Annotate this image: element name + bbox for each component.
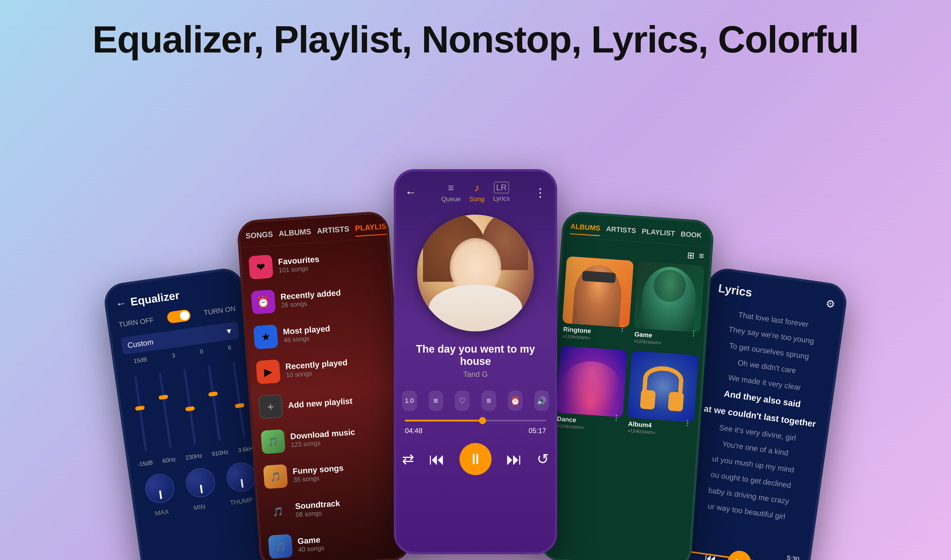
- album-thumb-dance: [556, 346, 628, 417]
- eq-turn-on-label: TURN ON: [203, 305, 236, 317]
- pl-icon-recently-added: ⏰: [251, 290, 275, 314]
- phone-playlist: SONGS ALBUMS ARTISTS PLAYLIST ❤ Favourit…: [236, 211, 412, 560]
- speed-button[interactable]: 1.0: [402, 391, 417, 411]
- album-item-game[interactable]: Game «Unknown» ⋮: [632, 261, 705, 351]
- eq-slider-3[interactable]: [183, 369, 196, 445]
- album-thumb-4: [627, 351, 699, 422]
- lyrics-icon: LR: [494, 182, 509, 193]
- song-artist: Tand G: [402, 370, 549, 379]
- eq-db-label-1: 15dB: [133, 356, 147, 364]
- pl-tab-albums[interactable]: ALBUMS: [278, 227, 312, 242]
- player-tab-lyrics-label: Lyrics: [493, 195, 509, 202]
- eq-db-label-3: 0: [200, 348, 204, 355]
- eq-toggle-switch[interactable]: [166, 309, 191, 324]
- volume-icon: 🔊: [537, 396, 547, 406]
- heart-icon: ♡: [459, 396, 466, 406]
- alarm-icon: ⏰: [510, 396, 520, 406]
- eq-slider-5[interactable]: [232, 362, 245, 438]
- add-queue-button[interactable]: ≡: [481, 391, 496, 411]
- lyr-prev-button[interactable]: ⏮: [703, 551, 717, 560]
- alb-tab-artists[interactable]: ARTISTS: [606, 225, 636, 238]
- player-tab-lyrics[interactable]: LR Lyrics: [493, 182, 509, 203]
- pl-tab-playlist[interactable]: PLAYLIST: [355, 222, 391, 237]
- album-more-game[interactable]: ⋮: [690, 329, 697, 338]
- progress-fill: [405, 420, 483, 422]
- player-more-button[interactable]: ⋮: [534, 186, 546, 199]
- prev-button[interactable]: ⏮: [429, 450, 445, 468]
- alb-tab-albums[interactable]: ALBUMS: [570, 222, 601, 236]
- progress-thumb[interactable]: [479, 417, 486, 424]
- album-item-4[interactable]: Album4 «Unknown» ⋮: [626, 351, 699, 440]
- time-current: 04:48: [405, 427, 422, 435]
- pl-icon-most-played: ★: [253, 324, 278, 349]
- shuffle-button[interactable]: ⇄: [402, 451, 414, 468]
- player-nav-tabs: ≡ Queue ♪ Song LR Lyrics: [442, 182, 509, 203]
- repeat-button[interactable]: ↺: [537, 451, 549, 468]
- pl-icon-download-music: 🎵: [260, 429, 285, 454]
- next-button[interactable]: ⏭: [506, 450, 522, 468]
- album-art: [417, 215, 534, 331]
- eq-min-label: MIN: [193, 503, 206, 512]
- heart-button[interactable]: ♡: [455, 391, 470, 411]
- pl-icon-add-playlist: +: [258, 394, 283, 419]
- eq-db-label-2: 3: [172, 352, 175, 359]
- eq-title: Equalizer: [130, 289, 180, 308]
- eq-slider-1[interactable]: [134, 376, 147, 451]
- song-title: The day you went to my house: [402, 343, 549, 368]
- pl-name-add-playlist: Add new playlist: [288, 394, 391, 410]
- lyr-play-button[interactable]: ▶: [726, 549, 752, 560]
- play-pause-button[interactable]: ⏸: [459, 443, 492, 475]
- eq-freq-label-2: 60Hz: [162, 456, 176, 464]
- player-tab-song[interactable]: ♪ Song: [469, 182, 484, 203]
- player-tab-queue[interactable]: ≡ Queue: [442, 182, 461, 203]
- album-more-dance[interactable]: ⋮: [612, 414, 620, 422]
- album-more-ringtone[interactable]: ⋮: [619, 324, 626, 333]
- playlist-list: ❤ Favourites 101 songs ⏰ Recently added …: [241, 238, 412, 560]
- alb-tab-book[interactable]: BOOK: [680, 230, 702, 243]
- volume-button[interactable]: 🔊: [534, 391, 549, 411]
- album-more-4[interactable]: ⋮: [683, 419, 691, 428]
- eq-knob-3[interactable]: [225, 460, 258, 494]
- eq-slider-4[interactable]: [208, 365, 220, 441]
- alb-tab-playlist[interactable]: PLAYLIST: [641, 227, 675, 242]
- pl-icon-soundtrack: 🎵: [265, 499, 290, 524]
- album-item-dance[interactable]: Dance «Unknown» ⋮: [554, 346, 627, 435]
- eq-max-label: MAX: [154, 508, 169, 517]
- album-art-container: [396, 209, 555, 337]
- lyrics-title: Lyrics: [718, 282, 753, 299]
- add-queue-icon: ≡: [486, 396, 491, 405]
- pl-icon-funny-songs: 🎵: [263, 464, 288, 489]
- pause-icon: ⏸: [468, 451, 483, 468]
- time-total: 05:17: [529, 427, 546, 435]
- player-back-button[interactable]: ←: [405, 186, 417, 199]
- phone-player: ← ≡ Queue ♪ Song LR Lyrics ⋮: [394, 169, 557, 554]
- list-view-button[interactable]: ≡: [699, 251, 705, 262]
- eq-turn-off-label: TURN OFF: [118, 316, 154, 329]
- queue-icon: ≡: [448, 182, 454, 194]
- page-title: Equalizer, Playlist, Nonstop, Lyrics, Co…: [0, 0, 951, 61]
- album-thumb-game: [633, 261, 705, 332]
- eq-back-icon[interactable]: ←: [115, 297, 127, 310]
- phones-container: ← Equalizer TURN OFF TURN ON Custom ▼ 15…: [0, 76, 951, 560]
- eq-db-label-4: 6: [228, 344, 232, 351]
- eq-knob-2[interactable]: [184, 466, 217, 499]
- pl-icon-game: 🎵: [268, 534, 293, 559]
- pl-icon-recently-played: ▶: [256, 359, 281, 384]
- pl-tab-songs[interactable]: SONGS: [245, 230, 274, 245]
- progress-bar[interactable]: [405, 420, 546, 422]
- eq-button[interactable]: ≡: [429, 391, 443, 411]
- alarm-button[interactable]: ⏰: [508, 391, 523, 411]
- pl-icon-favourites: ❤: [249, 255, 273, 279]
- eq-ctrl-icon: ≡: [434, 396, 438, 405]
- album-item-ringtone[interactable]: Ringtone «Unknown» ⋮: [561, 256, 634, 346]
- pl-tab-artists[interactable]: ARTISTS: [317, 224, 350, 240]
- phone-albums: ALBUMS ARTISTS PLAYLIST BOOK ⊞ ≡ Rington…: [539, 211, 714, 560]
- albums-grid: Ringtone «Unknown» ⋮ Game «Unknown» ⋮: [550, 256, 709, 441]
- song-icon: ♪: [474, 182, 480, 194]
- lyrics-settings-icon[interactable]: ⚙: [825, 297, 836, 311]
- lyr-play-icon: ▶: [734, 556, 745, 560]
- eq-knob-1[interactable]: [143, 472, 176, 505]
- eq-slider-2[interactable]: [159, 372, 172, 448]
- grid-view-button[interactable]: ⊞: [687, 250, 695, 261]
- player-tab-song-label: Song: [469, 195, 484, 203]
